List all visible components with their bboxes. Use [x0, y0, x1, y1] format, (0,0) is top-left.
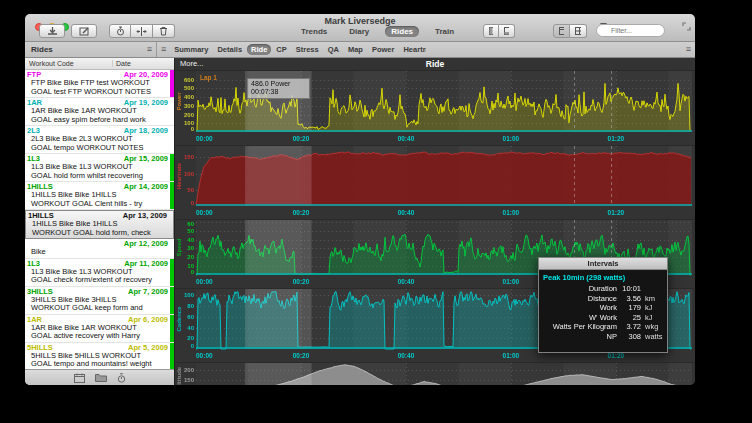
ride-description-line: GOAL tempo WORKOUT NOTES	[27, 144, 168, 153]
single-pane-icon	[559, 27, 564, 35]
filter-input[interactable]	[596, 24, 665, 37]
ride-description-line: Bike	[27, 248, 168, 257]
ride-date: Apr 12, 2009	[124, 240, 168, 248]
interval-stat: Duration	[539, 284, 617, 294]
scope-tab-diary[interactable]: Diary	[343, 26, 375, 37]
tab-map[interactable]: Map	[344, 44, 367, 55]
sidebar-menu-icon[interactable]: ≡	[143, 45, 156, 54]
ride-view-title: Ride	[175, 59, 695, 69]
ride-row[interactable]: 1ARApr 6, 20091AR Bike Bike 1AR WORKOUTG…	[25, 315, 174, 343]
ride-code: 1AR	[27, 99, 42, 107]
manual-entry-button[interactable]	[71, 24, 97, 38]
ride-list-column-header[interactable]: Workout Code Date	[25, 58, 174, 70]
tabbar-menu-icon-left[interactable]: ≡	[157, 45, 170, 54]
ride-row[interactable]: 1L3Apr 11, 20091L3 Bike Bike 1L3 WORKOUT…	[25, 259, 174, 287]
interval-stat-row: Work179kJ	[539, 303, 667, 313]
scope-tabs: TrendsDiaryRidesTrain	[295, 26, 460, 37]
ride-description-line: WORKOUT GOAL keep form and	[27, 304, 168, 313]
tab-details[interactable]: Details	[213, 44, 246, 55]
toggle-sidebar-button[interactable]	[483, 24, 499, 38]
power-chart-canvas[interactable]	[175, 71, 695, 145]
ride-row[interactable]: 5HILLSApr 5, 20095HILLS Bike 5HILLS WORK…	[25, 343, 174, 370]
column-workout-code[interactable]: Workout Code	[25, 60, 113, 67]
calendar-icon[interactable]	[74, 373, 85, 383]
ride-row[interactable]: 1HILLSApr 13, 20091HILLS Bike Bike 1HILL…	[25, 210, 174, 239]
heartrate-chart-canvas[interactable]	[175, 146, 695, 219]
ride-code: 1AR	[27, 316, 42, 324]
toggle-lowbar-button[interactable]	[499, 24, 515, 38]
ride-row[interactable]: 1HILLSApr 14, 20091HILLS Bike Bike 1HILL…	[25, 182, 174, 210]
tabbar-menu-icon-right[interactable]: ≡	[682, 45, 695, 54]
ride-code: 1HILLS	[27, 183, 53, 191]
ride-color-bar	[170, 154, 174, 181]
ride-description-line: 2L3 Bike Bike 2L3 WORKOUT	[27, 135, 168, 144]
import-button[interactable]	[39, 24, 65, 38]
ride-row[interactable]: Apr 12, 2009Bike	[25, 239, 174, 259]
ride-date: Apr 5, 2009	[128, 344, 168, 352]
tab-heartrate[interactable]: Heartrate	[399, 44, 426, 55]
ride-color-bar	[170, 70, 174, 97]
ride-list: FTPApr 20, 2009FTP Bike Bike FTP test WO…	[25, 70, 174, 369]
folder-icon[interactable]	[95, 373, 107, 382]
split-ride-button[interactable]	[131, 24, 153, 38]
ride-description-line: 1AR Bike Bike 1AR WORKOUT	[27, 107, 168, 116]
tab-strip: Rides ≡ ≡ SummaryDetailsRideCPStressQAMa…	[25, 42, 695, 58]
scope-tab-train[interactable]: Train	[429, 26, 460, 37]
toggle-intervals-button[interactable]	[109, 24, 131, 38]
ride-code: FTP	[27, 71, 41, 79]
ride-description-line: FTP Bike Bike FTP test WORKOUT	[27, 79, 168, 88]
ride-row[interactable]: 3HILLSApr 7, 20093HILLS Bike Bike 3HILLS…	[25, 287, 174, 315]
ride-code: 1L3	[27, 155, 40, 163]
intervals-popup: Intervals Peak 10min (298 watts) Duratio…	[538, 257, 668, 353]
tab-summary[interactable]: Summary	[170, 44, 212, 55]
tiled-view-button[interactable]	[570, 24, 587, 38]
sidebar-left-icon	[489, 27, 493, 35]
desktop-background: Mark Liversedge	[0, 0, 752, 423]
interval-stat: watts	[641, 332, 663, 342]
fullscreen-icon[interactable]	[682, 17, 691, 35]
altitude-chart-canvas[interactable]	[175, 363, 695, 385]
ride-description-line: 1HILLS Bike Bike 1HILLS	[27, 191, 168, 200]
power-chart	[175, 70, 695, 145]
ride-code: 1HILLS	[28, 212, 54, 220]
ride-color-bar	[170, 259, 174, 286]
ride-code: 2L3	[27, 127, 40, 135]
ride-row[interactable]: 1L3Apr 15, 20091L3 Bike Bike 1L3 WORKOUT…	[25, 154, 174, 182]
ride-date: Apr 7, 2009	[128, 288, 168, 296]
ride-date: Apr 6, 2009	[128, 316, 168, 324]
bottombar-icon	[504, 27, 509, 35]
tab-cp[interactable]: CP	[272, 44, 290, 55]
ride-description-line: GOAL tempo and mountains! weight	[27, 360, 168, 369]
ride-row[interactable]: 1ARApr 19, 20091AR Bike Bike 1AR WORKOUT…	[25, 98, 174, 126]
scope-tab-rides[interactable]: Rides	[385, 26, 419, 37]
interval-stat: 3.56	[617, 294, 641, 304]
ride-date: Apr 20, 2009	[124, 71, 168, 79]
column-date[interactable]: Date	[113, 60, 131, 67]
compose-icon	[79, 27, 90, 36]
tabbed-view-button[interactable]	[553, 24, 570, 38]
ride-row[interactable]: FTPApr 20, 2009FTP Bike Bike FTP test WO…	[25, 70, 174, 98]
interval-stat: W' Work	[539, 313, 617, 323]
ride-description-line: GOAL check form/extent of recovery	[27, 276, 168, 285]
interval-stat: 25	[617, 313, 641, 323]
ride-row[interactable]: 2L3Apr 18, 20092L3 Bike Bike 2L3 WORKOUT…	[25, 126, 174, 154]
tab-stress[interactable]: Stress	[292, 44, 323, 55]
intervals-popup-title[interactable]: Intervals	[539, 258, 667, 270]
ride-description-line: 1L3 Bike Bike 1L3 WORKOUT	[27, 163, 168, 172]
interval-stat	[641, 284, 645, 294]
ride-description-line: GOAL test FTP WORKOUT NOTES	[27, 88, 168, 97]
delete-ride-button[interactable]	[153, 24, 175, 38]
stopwatch-icon[interactable]	[117, 373, 126, 383]
interval-stat: Watts Per Kilogram	[539, 322, 617, 332]
tab-power[interactable]: Power	[368, 44, 399, 55]
ride-description-line: 1AR Bike Bike 1AR WORKOUT	[27, 324, 168, 333]
tab-ride[interactable]: Ride	[247, 44, 271, 55]
ride-description-line: 3HILLS Bike Bike 3HILLS	[27, 296, 168, 305]
sidebar-header: Rides ≡	[25, 42, 157, 57]
ride-description-line: 1L3 Bike Bike 1L3 WORKOUT	[27, 268, 168, 277]
tab-qa[interactable]: QA	[324, 44, 343, 55]
interval-stat: 10:01	[617, 284, 641, 294]
interval-stat-row: Watts Per Kilogram3.72wkg	[539, 322, 667, 332]
scope-tab-trends[interactable]: Trends	[295, 26, 333, 37]
ride-description-line: GOAL hold form whilst recovering	[27, 172, 168, 181]
